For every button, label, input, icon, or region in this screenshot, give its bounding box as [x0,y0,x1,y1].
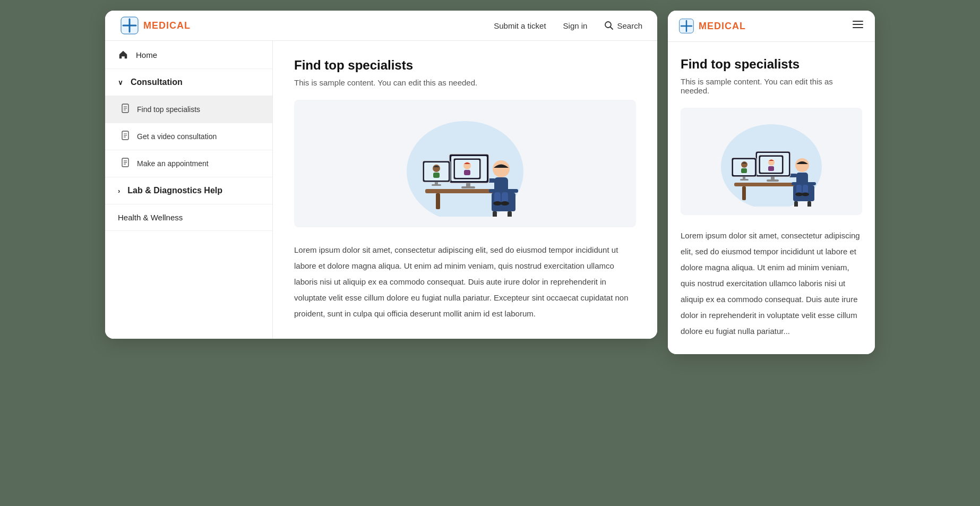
logo-icon [120,16,139,35]
desktop-header: MEDICAL Submit a ticket Sign in Search [105,11,657,41]
document2-icon [120,131,131,142]
sidebar-item-find-specialists[interactable]: Find top specialists [105,96,272,123]
svg-rect-24 [508,211,512,217]
mobile-logo-icon [678,18,694,34]
svg-rect-62 [794,201,798,207]
home-icon [118,49,128,60]
search-label: Search [617,21,642,30]
svg-point-70 [795,193,803,196]
submit-ticket-button[interactable]: Submit a ticket [494,21,546,30]
svg-point-31 [493,201,502,205]
svg-rect-67 [796,173,808,185]
mobile-page-subtitle: This is sample content. You can edit thi… [681,77,862,95]
document-icon [120,104,131,115]
sidebar-item-make-appointment[interactable]: Make an appointment [105,150,272,177]
svg-rect-84 [740,179,749,181]
telemedicine-illustration [375,110,555,217]
sidebar-item-lab-diagnostics[interactable]: › Lab & Diagnostics Help [105,177,272,204]
svg-rect-28 [494,177,508,192]
sidebar-item-consultation[interactable]: ∨ Consultation [105,69,272,96]
make-appointment-label: Make an appointment [137,159,209,168]
main-content: Find top specialists This is sample cont… [273,41,657,339]
home-label: Home [136,50,157,59]
svg-rect-63 [807,201,811,207]
svg-rect-43 [433,173,440,178]
doc3-icon-svg [121,158,130,167]
consultation-label: Consultation [131,78,183,87]
svg-line-4 [611,27,613,30]
mobile-logo[interactable]: MEDICAL [678,18,746,34]
find-specialists-label: Find top specialists [137,105,200,114]
chevron-down-icon: ∨ [118,79,123,87]
svg-rect-68 [796,185,802,194]
page-title: Find top specialists [294,58,636,73]
mobile-logo-text: MEDICAL [699,21,746,32]
doc-icon-svg [121,104,130,113]
sidebar-item-home[interactable]: Home [105,41,272,69]
mobile-content: Find top specialists This is sample cont… [668,42,875,354]
hamburger-button[interactable] [852,18,864,34]
doc2-icon-svg [121,131,130,140]
mobile-telemedicine-illustration [694,116,848,207]
sidebar-item-health-wellness[interactable]: Health & Wellness [105,204,272,231]
svg-rect-23 [493,211,497,217]
lab-diagnostics-label: Lab & Diagnostics Help [127,186,222,195]
sidebar-item-video-consultation[interactable]: Get a video consultation [105,123,272,150]
sign-in-button[interactable]: Sign in [563,21,588,30]
body-text: Lorem ipsum dolor sit amet, consectetur … [294,242,636,322]
hamburger-icon [852,18,864,31]
svg-rect-19 [436,193,440,209]
page-subtitle: This is sample content. You can edit thi… [294,78,636,87]
mobile-body-text: Lorem ipsum dolor sit amet, consectetur … [681,228,862,339]
svg-point-27 [493,160,510,177]
svg-point-32 [501,201,509,205]
svg-rect-82 [741,168,747,173]
video-consultation-label: Get a video consultation [137,132,217,141]
search-button[interactable]: Search [604,21,642,30]
mobile-header: MEDICAL [668,11,875,42]
hero-image-container [294,100,636,227]
sidebar: Home ∨ Consultation Find top specialists [105,41,273,339]
document3-icon [120,158,131,169]
header-nav: Submit a ticket Sign in Search [494,21,642,30]
svg-rect-49 [464,170,470,175]
logo-text: MEDICAL [143,20,191,31]
svg-rect-45 [432,184,441,186]
chevron-right-icon: › [118,187,120,195]
svg-rect-58 [742,186,746,200]
svg-point-66 [795,158,809,172]
body-layout: Home ∨ Consultation Find top specialists [105,41,657,339]
svg-rect-78 [767,179,779,182]
svg-rect-69 [803,185,808,194]
desktop-window: MEDICAL Submit a ticket Sign in Search H… [105,11,657,339]
mobile-window: MEDICAL Find top specialists This is sam… [668,11,875,354]
search-icon [604,21,614,30]
mobile-hero-container [681,108,862,215]
svg-rect-88 [768,166,774,171]
health-wellness-label: Health & Wellness [118,213,183,222]
svg-point-71 [802,193,809,196]
mobile-page-title: Find top specialists [681,57,862,72]
logo[interactable]: MEDICAL [120,16,191,35]
svg-rect-39 [461,186,475,188]
